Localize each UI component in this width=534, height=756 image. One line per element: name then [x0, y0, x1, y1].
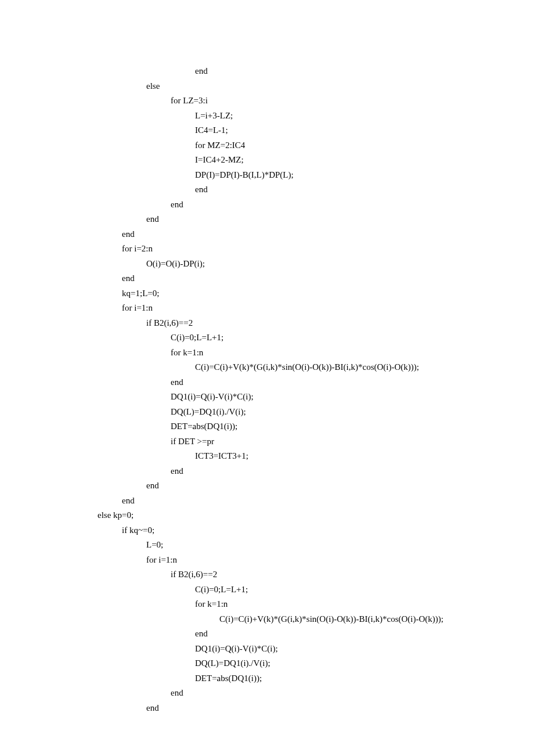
code-line: end — [35, 494, 499, 509]
code-line: C(i)=C(i)+V(k)*(G(i,k)*sin(O(i)-O(k))-BI… — [35, 360, 499, 375]
code-line: end — [35, 227, 499, 242]
code-line: DET=abs(DQ1(i)); — [35, 419, 499, 434]
code-line: DP(I)=DP(I)-B(I,L)*DP(L); — [35, 168, 499, 183]
code-line: if DET >=pr — [35, 434, 499, 449]
code-line: end — [35, 64, 499, 79]
code-line: for k=1:n — [35, 345, 499, 361]
code-line: if B2(i,6)==2 — [35, 316, 499, 331]
code-line: ICT3=ICT3+1; — [35, 449, 499, 464]
code-line: IC4=L-1; — [35, 123, 499, 138]
code-line: C(i)=C(i)+V(k)*(G(i,k)*sin(O(i)-O(k))-BI… — [35, 612, 499, 627]
code-line: for k=1:n — [35, 597, 499, 612]
code-line: DQ(L)=DQ1(i)./V(i); — [35, 656, 499, 671]
code-line: C(i)=0;L=L+1; — [35, 582, 499, 597]
code-page: endelsefor LZ=3:iL=i+3-LZ;IC4=L-1;for MZ… — [0, 0, 534, 756]
code-line: else kp=0; — [35, 508, 499, 523]
code-line: end — [35, 627, 499, 642]
code-line: for MZ=2:IC4 — [35, 138, 499, 153]
code-line: end — [35, 701, 499, 716]
code-line: end — [35, 375, 499, 390]
code-line: L=0; — [35, 538, 499, 553]
code-line: C(i)=0;L=L+1; — [35, 330, 499, 345]
code-line: L=i+3-LZ; — [35, 109, 499, 124]
code-line: DQ1(i)=Q(i)-V(i)*C(i); — [35, 642, 499, 657]
code-line: kq=1;L=0; — [35, 286, 499, 301]
code-line: for i=1:n — [35, 301, 499, 316]
code-line: end — [35, 271, 499, 286]
code-line: I=IC4+2-MZ; — [35, 153, 499, 168]
code-line: end — [35, 478, 499, 494]
code-line: end — [35, 212, 499, 227]
code-line: end — [35, 686, 499, 701]
code-line: DQ(L)=DQ1(i)./V(i); — [35, 405, 499, 420]
code-line: if kq~=0; — [35, 523, 499, 538]
code-line: else — [35, 79, 499, 94]
code-line: DQ1(i)=Q(i)-V(i)*C(i); — [35, 390, 499, 405]
code-line: for i=1:n — [35, 553, 499, 568]
code-line: end — [35, 464, 499, 479]
code-line: DET=abs(DQ1(i)); — [35, 671, 499, 686]
code-line: for i=2:n — [35, 242, 499, 257]
code-line: if B2(i,6)==2 — [35, 567, 499, 582]
code-line: O(i)=O(i)-DP(i); — [35, 257, 499, 272]
code-line: for LZ=3:i — [35, 93, 499, 109]
code-line: end — [35, 182, 499, 197]
code-line: end — [35, 197, 499, 213]
